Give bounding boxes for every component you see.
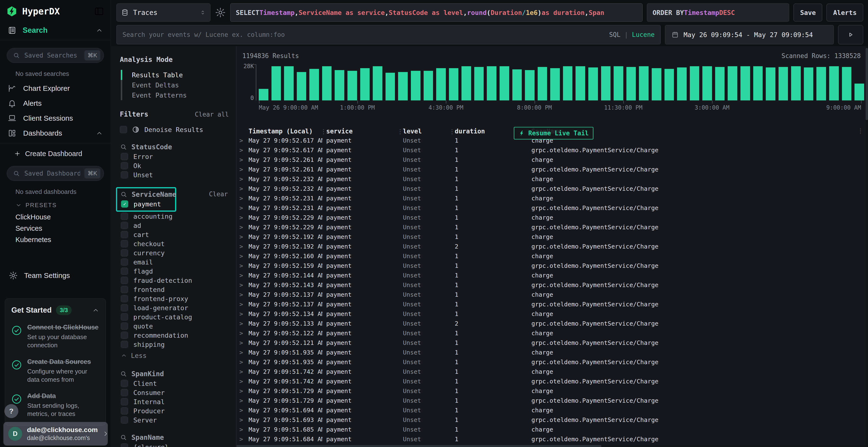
expand-row-icon[interactable]: > <box>239 339 245 346</box>
expand-row-icon[interactable]: > <box>239 262 245 269</box>
checkbox[interactable] <box>121 162 128 169</box>
histogram-bar[interactable] <box>855 83 864 100</box>
checkbox[interactable] <box>121 286 128 293</box>
preset-clickhouse[interactable]: ClickHouse <box>0 211 111 223</box>
expand-row-icon[interactable]: > <box>239 233 245 240</box>
histogram-bar[interactable] <box>500 66 509 100</box>
checkbox[interactable] <box>121 313 128 320</box>
histogram-bar[interactable] <box>626 67 636 100</box>
histogram-bar[interactable] <box>360 68 370 100</box>
table-row[interactable]: >May 27 9:09:51.693 AMpaymentUnset1grpc.… <box>239 415 865 424</box>
horizontal-scrollbar[interactable] <box>237 445 866 447</box>
filter-option-recommendation[interactable]: recommendation <box>120 331 229 340</box>
collapse-sidebar-icon[interactable] <box>94 6 104 16</box>
clear-all-link[interactable]: Clear all <box>195 111 229 118</box>
expand-row-icon[interactable]: > <box>239 156 245 163</box>
checkbox[interactable] <box>121 389 128 396</box>
filter-option-Unset[interactable]: Unset <box>120 170 229 179</box>
filter-option-flagd[interactable]: flagd <box>120 267 229 276</box>
expand-row-icon[interactable]: > <box>239 368 245 375</box>
histogram-bar[interactable] <box>385 73 395 100</box>
histogram-bar[interactable] <box>347 71 357 100</box>
histogram-bar[interactable] <box>309 69 319 100</box>
filter-option-shipping[interactable]: shipping <box>120 340 229 349</box>
histogram-bar[interactable] <box>588 67 598 100</box>
histogram-bar[interactable] <box>436 68 446 100</box>
table-row[interactable]: >May 27 9:09:52.261 AMpaymentUnset1grpc.… <box>239 165 865 174</box>
table-row[interactable]: >May 27 9:09:51.935 AMpaymentUnset1grpc.… <box>239 357 865 367</box>
table-row[interactable]: >May 27 9:09:52.160 AMpaymentUnset1charg… <box>239 251 865 261</box>
expand-row-icon[interactable]: > <box>239 137 245 144</box>
expand-row-icon[interactable]: > <box>239 426 245 433</box>
histogram-bar[interactable] <box>284 66 294 100</box>
table-row[interactable]: >May 27 9:09:52.144 AMpaymentUnset1charg… <box>239 271 865 280</box>
checkbox[interactable] <box>121 341 128 348</box>
histogram-bar[interactable] <box>728 66 737 100</box>
table-row[interactable]: >May 27 9:09:52.143 AMpaymentUnset1grpc.… <box>239 280 865 290</box>
expand-row-icon[interactable]: > <box>239 301 245 308</box>
expand-row-icon[interactable]: > <box>239 195 245 202</box>
expand-row-icon[interactable]: > <box>239 330 245 337</box>
date-range-picker[interactable]: May 26 09:09:54 - May 27 09:09:54 <box>665 25 834 44</box>
table-row[interactable]: >May 27 9:09:51.685 AMpaymentUnset1charg… <box>239 424 865 434</box>
save-button[interactable]: Save <box>794 4 822 22</box>
histogram-bar[interactable] <box>842 67 851 100</box>
checkbox[interactable] <box>121 153 128 160</box>
checkbox[interactable] <box>121 295 128 302</box>
event-search-box[interactable]: SQL | Lucene <box>117 25 661 44</box>
expand-row-icon[interactable]: > <box>239 204 245 211</box>
table-row[interactable]: >May 27 9:09:52.229 AMpaymentUnset1grpc.… <box>239 222 865 232</box>
expand-row-icon[interactable]: > <box>239 281 245 288</box>
expand-row-icon[interactable]: > <box>239 243 245 250</box>
table-row[interactable]: >May 27 9:09:52.231 AMpaymentUnset1charg… <box>239 194 865 203</box>
histogram-bar[interactable] <box>487 66 496 100</box>
filter-option-quote[interactable]: quote <box>120 321 229 331</box>
saved-dashboards-search[interactable]: ⌘K <box>7 166 104 181</box>
table-row[interactable]: >May 27 9:09:51.742 AMpaymentUnset1grpc.… <box>239 376 865 386</box>
histogram-bar[interactable] <box>614 66 623 100</box>
expand-row-icon[interactable]: > <box>239 253 245 260</box>
checkbox[interactable] <box>120 126 127 133</box>
expand-row-icon[interactable]: > <box>239 185 245 192</box>
saved-searches-input[interactable] <box>24 52 80 59</box>
histogram-bar[interactable] <box>652 68 661 100</box>
histogram-bar[interactable] <box>373 66 382 100</box>
table-row[interactable]: >May 27 9:09:51.694 AMpaymentUnset1charg… <box>239 405 865 415</box>
filter-option-product-catalog[interactable]: product-catalog <box>120 312 229 321</box>
checkbox[interactable] <box>121 407 128 414</box>
presets-toggle[interactable]: PRESETS <box>0 199 111 211</box>
expand-row-icon[interactable]: > <box>239 147 245 153</box>
histogram-bar[interactable] <box>576 66 585 100</box>
table-row[interactable]: >May 27 9:09:51.935 AMpaymentUnset1charg… <box>239 347 865 357</box>
source-settings-gear-icon[interactable] <box>215 7 226 18</box>
sidebar-item-client-sessions[interactable]: Client Sessions <box>0 111 111 126</box>
denoise-results-toggle[interactable]: Denoise Results <box>120 125 229 134</box>
table-row[interactable]: >May 27 9:09:52.121 AMpaymentUnset1grpc.… <box>239 338 865 347</box>
histogram-bar[interactable] <box>538 67 547 100</box>
checkbox[interactable] <box>121 380 128 387</box>
expand-row-icon[interactable]: > <box>239 166 245 173</box>
histogram-bar[interactable] <box>677 67 687 100</box>
sidebar-item-team-settings[interactable]: Team Settings <box>0 268 111 283</box>
create-dashboard-button[interactable]: Create Dashboard <box>0 146 111 162</box>
run-search-button[interactable] <box>838 25 863 44</box>
table-row[interactable]: >May 27 9:09:52.137 AMpaymentUnset1grpc.… <box>239 299 865 309</box>
checkbox[interactable] <box>121 304 128 311</box>
chevron-up-icon[interactable] <box>92 307 99 314</box>
filter-option-Client[interactable]: Client <box>120 379 229 388</box>
histogram-bar[interactable] <box>563 66 572 100</box>
table-row[interactable]: >May 27 9:09:51.742 AMpaymentUnset1charg… <box>239 367 865 376</box>
preset-kubernetes[interactable]: Kubernetes <box>0 234 111 245</box>
checkbox[interactable] <box>121 398 128 405</box>
filter-option-Producer[interactable]: Producer <box>120 406 229 415</box>
checkbox[interactable] <box>121 222 128 229</box>
alerts-button[interactable]: Alerts <box>827 4 863 22</box>
checkbox[interactable]: ✓ <box>121 200 128 208</box>
histogram-bar[interactable] <box>462 66 471 100</box>
histogram-bar[interactable] <box>322 66 332 100</box>
expand-row-icon[interactable]: > <box>239 310 245 317</box>
checkbox[interactable] <box>121 171 128 178</box>
histogram-bar[interactable] <box>702 66 712 100</box>
sidebar-item-dashboards[interactable]: Dashboards <box>0 126 111 141</box>
histogram-bar[interactable] <box>449 68 459 100</box>
